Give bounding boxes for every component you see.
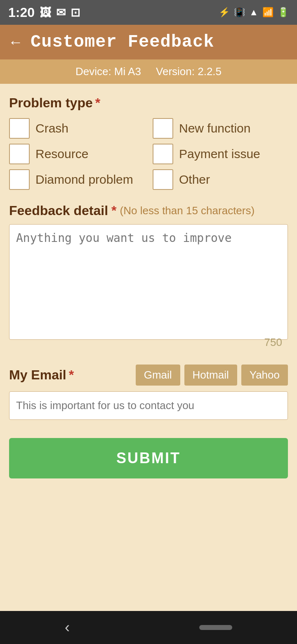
email-input[interactable] xyxy=(9,391,288,420)
feedback-textarea[interactable] xyxy=(9,224,288,340)
checkbox-other-box[interactable] xyxy=(153,169,173,190)
required-star: * xyxy=(95,95,100,111)
email-required-star: * xyxy=(69,367,74,383)
checkbox-crash[interactable]: Crash xyxy=(9,118,144,139)
device-info: Device: Mi A3 xyxy=(75,65,141,78)
checkbox-payment-issue-label: Payment issue xyxy=(179,147,260,161)
status-bar: 1:20 🖼 ✉ ⊡ ⚡ 📳 ▲ 📶 🔋 xyxy=(0,0,297,25)
email-header-row: My Email * Gmail Hotmail Yahoo xyxy=(9,365,288,386)
checkbox-other-label: Other xyxy=(179,173,210,187)
checkbox-new-function-label: New function xyxy=(179,121,250,135)
checkbox-payment-issue[interactable]: Payment issue xyxy=(153,144,288,164)
checkbox-crash-box[interactable] xyxy=(9,118,30,139)
status-time: 1:20 xyxy=(8,5,35,20)
checkbox-payment-issue-box[interactable] xyxy=(153,144,173,164)
feedback-required-star: * xyxy=(111,203,116,218)
checkbox-resource-box[interactable] xyxy=(9,144,30,164)
checkbox-new-function-box[interactable] xyxy=(153,118,173,139)
char-count: 750 xyxy=(264,336,282,349)
main-content: Problem type * Crash New function Resour… xyxy=(0,84,297,611)
feedback-textarea-wrapper: 750 xyxy=(9,224,288,353)
battery-icon: 🔋 xyxy=(278,7,289,18)
checkbox-diamond-problem-label: Diamond problem xyxy=(35,173,133,187)
feedback-detail-label: Feedback detail * (No less than 15 chara… xyxy=(9,203,288,218)
back-button[interactable]: ← xyxy=(8,33,23,51)
nav-bar: ‹ xyxy=(0,611,297,644)
checkbox-crash-label: Crash xyxy=(35,121,68,135)
checkbox-resource-label: Resource xyxy=(35,147,88,161)
header: ← Customer Feedback xyxy=(0,25,297,59)
yahoo-button[interactable]: Yahoo xyxy=(241,365,288,386)
submit-button[interactable]: SUBMIT xyxy=(9,438,288,478)
checkbox-new-function[interactable]: New function xyxy=(153,118,288,139)
feedback-hint: (No less than 15 characters) xyxy=(120,204,255,217)
checkbox-diamond-problem-box[interactable] xyxy=(9,169,30,190)
checkbox-other[interactable]: Other xyxy=(153,169,288,190)
hotmail-button[interactable]: Hotmail xyxy=(184,365,237,386)
wifi-icon: ▲ xyxy=(249,7,258,18)
problem-type-grid: Crash New function Resource Payment issu… xyxy=(9,118,288,190)
photo-icon: 🖼 xyxy=(40,6,51,19)
mail-icon: ✉ xyxy=(56,6,66,19)
signal-icon: 📶 xyxy=(262,7,273,18)
checkbox-diamond-problem[interactable]: Diamond problem xyxy=(9,169,144,190)
nav-back-icon[interactable]: ‹ xyxy=(65,619,70,636)
checkbox-resource[interactable]: Resource xyxy=(9,144,144,164)
email-provider-buttons: Gmail Hotmail Yahoo xyxy=(136,365,288,386)
version-info: Version: 2.2.5 xyxy=(156,65,222,78)
screenshot-icon: ⊡ xyxy=(71,6,80,19)
sub-header: Device: Mi A3 Version: 2.2.5 xyxy=(0,59,297,84)
email-label: My Email * xyxy=(9,367,74,383)
gmail-button[interactable]: Gmail xyxy=(136,365,180,386)
vibrate-icon: 📳 xyxy=(234,7,245,18)
nav-home-pill[interactable] xyxy=(199,625,232,630)
page-title: Customer Feedback xyxy=(31,32,214,52)
email-section: My Email * Gmail Hotmail Yahoo xyxy=(9,365,288,420)
bluetooth-icon: ⚡ xyxy=(219,7,230,18)
problem-type-label: Problem type * xyxy=(9,95,288,111)
